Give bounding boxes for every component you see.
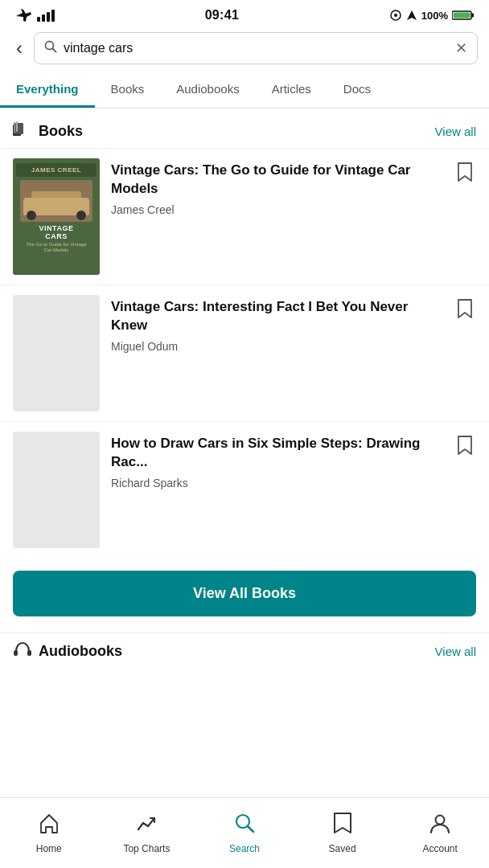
trending-icon	[135, 812, 158, 840]
book-item[interactable]: Vintage Cars: Interesting Fact I Bet You…	[0, 285, 489, 421]
headphones-icon	[13, 641, 32, 661]
search-bar[interactable]: vintage cars ✕	[34, 32, 478, 64]
search-query: vintage cars	[64, 41, 449, 55]
search-icon	[44, 40, 57, 56]
svg-rect-15	[16, 121, 18, 132]
nav-search[interactable]: Search	[195, 805, 294, 861]
audiobooks-view-all-link[interactable]: View all	[435, 645, 476, 658]
books-section-title: Books	[13, 121, 83, 141]
svg-point-18	[236, 815, 249, 828]
battery-icon	[452, 10, 475, 21]
tab-articles[interactable]: Articles	[256, 72, 327, 108]
back-button[interactable]: ‹	[11, 35, 27, 61]
car-illustration	[20, 180, 92, 222]
tab-everything[interactable]: Everything	[0, 72, 95, 108]
home-icon	[38, 812, 60, 840]
status-time: 09:41	[205, 8, 239, 23]
status-right: 100%	[389, 9, 475, 22]
nav-saved-label: Saved	[329, 843, 356, 854]
book-author-3: Richard Sparks	[111, 477, 442, 489]
books-title-text: Books	[39, 123, 83, 140]
audiobooks-title-text: Audiobooks	[39, 643, 122, 660]
nav-top-charts-label: Top Charts	[123, 843, 170, 854]
book-cover-2	[13, 295, 100, 411]
book-item[interactable]: How to Draw Cars in Six Simple Steps: Dr…	[0, 421, 489, 558]
bookmark-button-1[interactable]	[454, 158, 476, 190]
account-icon	[429, 812, 451, 840]
nav-saved[interactable]: Saved	[294, 805, 392, 861]
signal-icon	[37, 9, 55, 22]
book-item[interactable]: JAMES CREEL VINTAGECARS The Go to Guide …	[0, 148, 489, 285]
book-info-1: Vintage Cars: The Go to Guide for Vintag…	[111, 158, 442, 216]
svg-line-19	[248, 827, 253, 833]
books-view-all-link[interactable]: View all	[435, 125, 476, 138]
svg-rect-16	[14, 650, 18, 656]
book-author-2: Miguel Odum	[111, 340, 442, 353]
svg-point-5	[394, 14, 397, 17]
book-info-2: Vintage Cars: Interesting Fact I Bet You…	[111, 295, 442, 353]
svg-rect-0	[37, 17, 40, 22]
saved-icon	[333, 812, 352, 840]
svg-rect-14	[14, 122, 15, 133]
nav-account-label: Account	[422, 843, 457, 854]
nav-account[interactable]: Account	[391, 805, 489, 861]
search-bar-row: ‹ vintage cars ✕	[0, 27, 489, 72]
target-icon	[389, 9, 402, 22]
main-content: Books View all JAMES CREEL VINTAGECARS T…	[0, 108, 489, 750]
airplane-icon	[14, 8, 32, 23]
bookmark-button-2[interactable]	[454, 295, 476, 327]
svg-rect-3	[51, 10, 55, 22]
book-title-1: Vintage Cars: The Go to Guide for Vintag…	[111, 162, 442, 199]
svg-line-11	[53, 49, 56, 52]
book-stack-icon	[13, 121, 32, 137]
svg-rect-1	[42, 14, 45, 22]
book-title-2: Vintage Cars: Interesting Fact I Bet You…	[111, 298, 442, 335]
books-icon	[13, 121, 32, 141]
svg-rect-8	[471, 14, 474, 18]
books-section-header: Books View all	[0, 108, 489, 148]
location-icon	[406, 10, 417, 21]
nav-top-charts[interactable]: Top Charts	[98, 805, 196, 861]
book-title-3: How to Draw Cars in Six Simple Steps: Dr…	[111, 435, 442, 472]
book-cover-3	[13, 432, 100, 548]
bookmark-button-3[interactable]	[454, 432, 476, 464]
battery-text: 100%	[421, 10, 448, 22]
nav-search-label: Search	[229, 843, 260, 854]
bottom-nav: Home Top Charts Search Saved	[0, 797, 489, 868]
tab-audiobooks[interactable]: Audiobooks	[160, 72, 255, 108]
svg-point-20	[436, 816, 445, 825]
book-author-1: James Creel	[111, 203, 442, 216]
search-nav-icon	[233, 812, 256, 840]
book-list: JAMES CREEL VINTAGECARS The Go to Guide …	[0, 148, 489, 558]
status-left	[14, 8, 55, 23]
book-info-3: How to Draw Cars in Six Simple Steps: Dr…	[111, 432, 442, 489]
audiobooks-title: Audiobooks	[13, 641, 122, 661]
svg-rect-9	[453, 13, 470, 18]
tab-books[interactable]: Books	[95, 72, 161, 108]
clear-search-button[interactable]: ✕	[455, 39, 467, 57]
nav-home-label: Home	[36, 843, 62, 854]
svg-marker-6	[407, 10, 417, 20]
svg-rect-17	[27, 650, 31, 656]
book-cover-1: JAMES CREEL VINTAGECARS The Go to Guide …	[13, 158, 100, 275]
nav-home[interactable]: Home	[0, 805, 98, 861]
audiobooks-section-header: Audiobooks View all	[0, 633, 489, 669]
status-bar: 09:41 100%	[0, 0, 489, 27]
svg-rect-2	[47, 12, 50, 22]
view-all-books-button[interactable]: View All Books	[13, 571, 476, 616]
tab-docs[interactable]: Docs	[327, 72, 387, 108]
tabs-row: Everything Books Audiobooks Articles Doc…	[0, 72, 489, 108]
